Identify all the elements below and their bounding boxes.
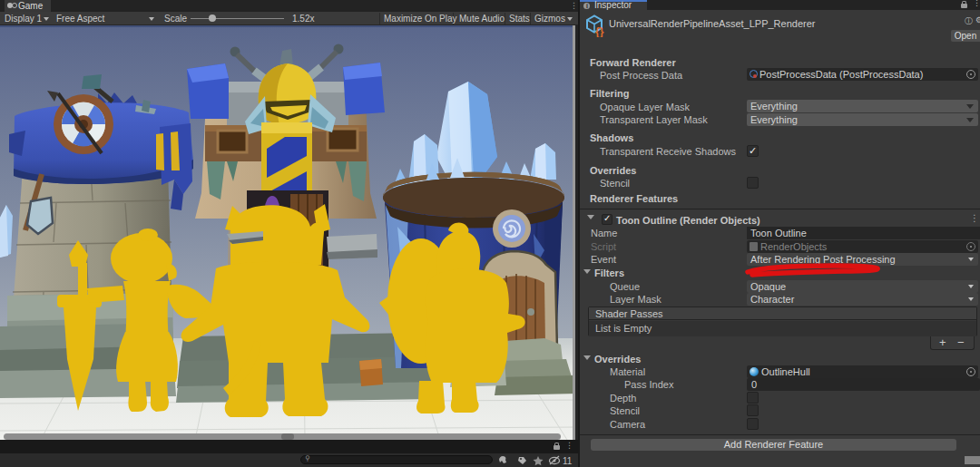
svg-text:11: 11 — [563, 456, 573, 466]
svg-text:{}: {} — [595, 25, 604, 37]
